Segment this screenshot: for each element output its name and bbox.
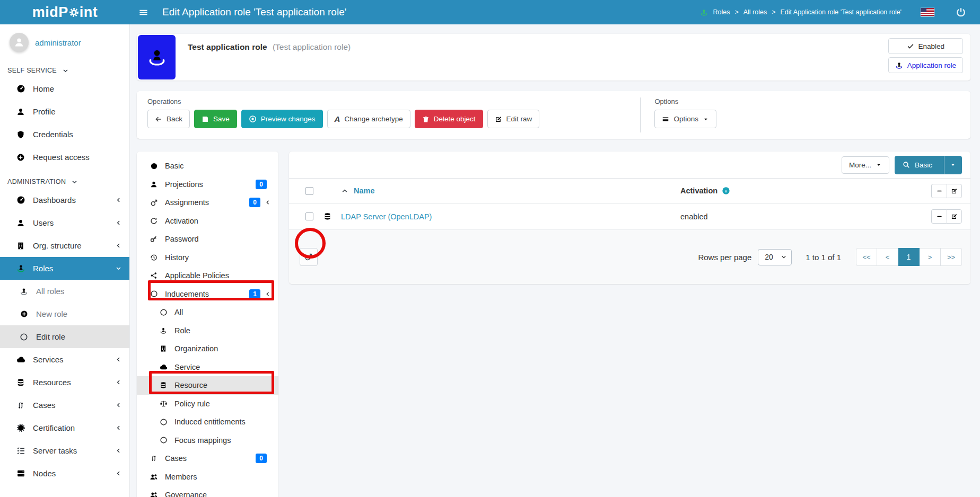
sidebar-item-services[interactable]: Services xyxy=(0,348,129,371)
unassign-row-button[interactable] xyxy=(931,209,947,224)
prev-page-button[interactable]: < xyxy=(877,248,898,266)
sidebar-item-org-structure[interactable]: Org. structure xyxy=(0,234,129,257)
menu-item-members[interactable]: Members xyxy=(137,468,278,486)
menu-item-label: Governance xyxy=(165,491,271,497)
chevron-left-icon[interactable] xyxy=(265,291,271,297)
edit-row-button[interactable] xyxy=(947,209,962,224)
sort-asc-icon[interactable] xyxy=(341,187,348,194)
change-archetype-button[interactable]: AChange archetype xyxy=(327,110,410,128)
menu-item-governance[interactable]: Governance xyxy=(137,486,278,497)
assign-resource-button[interactable] xyxy=(300,248,318,266)
menu-item-inducements[interactable]: Inducements1 xyxy=(137,285,278,304)
sidebar-item-edit-role[interactable]: Edit role xyxy=(0,325,129,348)
cloud-icon xyxy=(15,355,27,364)
menu-item-cases[interactable]: Cases0 xyxy=(137,449,278,468)
preview-changes-button[interactable]: Preview changes xyxy=(241,110,323,128)
menu-item-history[interactable]: History xyxy=(137,248,278,267)
breadcrumb-roles[interactable]: Roles xyxy=(713,8,730,16)
user-panel[interactable]: administrator xyxy=(0,24,129,57)
sidebar-toggle-icon[interactable] xyxy=(138,7,148,17)
route-icon xyxy=(148,455,159,462)
sidebar-item-dashboards[interactable]: Dashboards xyxy=(0,189,129,211)
section-self-service[interactable]: SELF SERVICE xyxy=(0,57,129,77)
refresh-icon xyxy=(148,217,159,225)
menu-item-password[interactable]: Password xyxy=(137,230,278,248)
menu-item-basic[interactable]: Basic xyxy=(137,157,278,175)
delete-object-label: Delete object xyxy=(434,115,476,123)
username[interactable]: administrator xyxy=(35,38,81,47)
last-page-button[interactable]: >> xyxy=(941,248,962,266)
edit-column-button[interactable] xyxy=(947,184,962,198)
sidebar-item-request-access[interactable]: Request access xyxy=(0,146,129,168)
menu-item-inducements-service[interactable]: Service xyxy=(137,358,278,377)
route-icon xyxy=(15,401,27,410)
edit-raw-label: Edit raw xyxy=(506,115,532,123)
row-checkbox[interactable] xyxy=(305,212,313,220)
menu-item-applicable-policies[interactable]: Applicable Policies xyxy=(137,267,278,285)
resource-link[interactable]: LDAP Server (OpenLDAP) xyxy=(341,212,432,221)
menu-item-projections[interactable]: Projections0 xyxy=(137,175,278,194)
plus-circle-icon xyxy=(15,153,27,162)
delete-object-button[interactable]: Delete object xyxy=(415,110,483,128)
menu-item-activation[interactable]: Activation xyxy=(137,212,278,230)
breadcrumb-all-roles[interactable]: All roles xyxy=(743,8,767,16)
person-icon xyxy=(148,181,159,188)
options-dropdown-button[interactable]: Options xyxy=(654,110,716,128)
page-1-button[interactable]: 1 xyxy=(898,248,920,266)
more-dropdown-button[interactable]: More... xyxy=(842,156,889,174)
sidebar-item-resources[interactable]: Resources xyxy=(0,371,129,394)
sidebar-item-label: Server tasks xyxy=(33,446,115,455)
chevron-left-icon[interactable] xyxy=(265,199,271,206)
user-icon xyxy=(15,219,27,227)
menu-item-focus-mappings[interactable]: Focus mappings xyxy=(137,431,278,450)
menu-item-inducements-all[interactable]: All xyxy=(137,303,278,322)
search-mode-caret[interactable] xyxy=(944,156,961,174)
archetype-badge[interactable]: Application role xyxy=(888,57,963,73)
summary-badges: Enabled Application role xyxy=(888,38,963,73)
circle-icon xyxy=(18,333,30,341)
sidebar-item-credentials[interactable]: Credentials xyxy=(0,123,129,146)
sidebar-item-home[interactable]: Home xyxy=(0,77,129,100)
menu-item-policy-rule[interactable]: Policy rule xyxy=(137,395,278,413)
info-icon[interactable] xyxy=(722,187,730,195)
midpoint-logo[interactable]: midPint xyxy=(0,4,130,21)
menu-item-label: Password xyxy=(165,235,271,243)
next-page-button[interactable]: > xyxy=(920,248,941,266)
sidebar-item-all-roles[interactable]: All roles xyxy=(0,280,129,303)
section-administration[interactable]: ADMINISTRATION xyxy=(0,168,129,189)
sidebar-item-users[interactable]: Users xyxy=(0,211,129,234)
menu-item-label: Assignments xyxy=(165,198,249,207)
menu-item-label: Activation xyxy=(165,217,271,225)
first-page-button[interactable]: << xyxy=(856,248,877,266)
menu-item-inducements-organization[interactable]: Organization xyxy=(137,340,278,358)
menu-item-inducements-role[interactable]: Role xyxy=(137,322,278,340)
column-header-name[interactable]: Name xyxy=(354,187,375,195)
collapse-column-button[interactable] xyxy=(931,184,947,198)
archetype-letter-icon: A xyxy=(335,115,340,123)
locale-flag-us[interactable] xyxy=(921,8,934,16)
sidebar-item-new-role[interactable]: New role xyxy=(0,303,129,325)
search-mode-button[interactable]: Basic xyxy=(895,156,962,174)
select-all-checkbox[interactable] xyxy=(305,187,313,195)
sidebar-item-roles[interactable]: Roles xyxy=(0,257,129,280)
menu-item-assignments[interactable]: Assignments0 xyxy=(137,193,278,212)
archetype-badge-label: Application role xyxy=(907,61,956,69)
share-icon xyxy=(148,272,159,279)
menu-item-induced-entitlements[interactable]: Induced entitlements xyxy=(137,413,278,431)
sidebar-item-profile[interactable]: Profile xyxy=(0,100,129,123)
sidebar-item-certification[interactable]: Certification xyxy=(0,416,129,439)
back-button[interactable]: Back xyxy=(147,110,190,128)
database-icon xyxy=(323,212,331,220)
sidebar-item-server-tasks[interactable]: Server tasks xyxy=(0,439,129,462)
sidebar-item-cases[interactable]: Cases xyxy=(0,394,129,416)
save-button[interactable]: Save xyxy=(194,110,237,128)
menu-item-inducements-resource[interactable]: Resource xyxy=(137,376,278,395)
table-footer: Rows per page 20 1 to 1 of 1 << < 1 > >> xyxy=(289,229,970,284)
chevron-left-icon xyxy=(115,197,122,203)
page-size-select[interactable]: 20 xyxy=(758,249,792,265)
sidebar-item-nodes[interactable]: Nodes xyxy=(0,462,129,485)
rows-per-page-label: Rows per page xyxy=(698,253,751,262)
role-icon xyxy=(15,264,27,273)
edit-raw-button[interactable]: Edit raw xyxy=(487,110,540,128)
logout-power-icon[interactable] xyxy=(956,7,966,17)
